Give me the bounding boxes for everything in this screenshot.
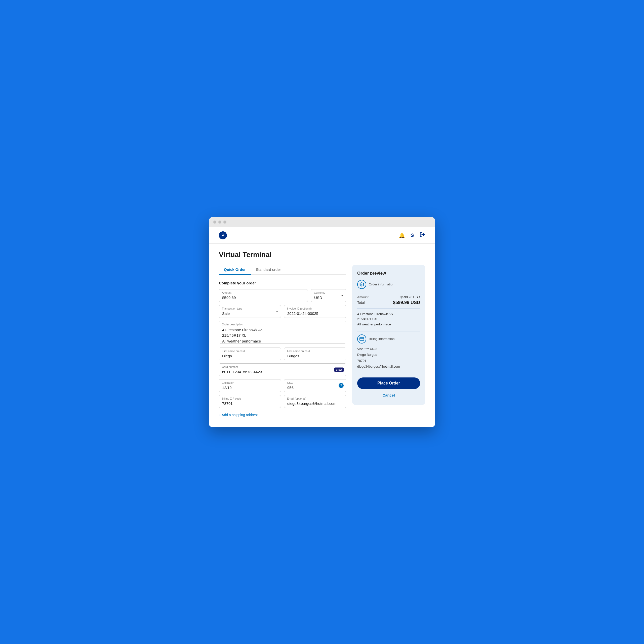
visa-badge: VISA bbox=[334, 368, 344, 372]
last-name-wrapper: Last name on card bbox=[284, 348, 346, 360]
card-number-group: Card number VISA bbox=[219, 363, 346, 376]
csc-group: CSC ? bbox=[284, 379, 346, 392]
bell-icon[interactable]: 🔔 bbox=[399, 232, 405, 238]
preview-total-value: $599.96 USD bbox=[393, 300, 420, 305]
preview-amount-label: Amount bbox=[357, 295, 369, 299]
csc-help-icon[interactable]: ? bbox=[339, 383, 344, 388]
email-group: Email (optional) bbox=[284, 395, 346, 408]
order-preview-panel: Order preview Order informati bbox=[352, 265, 425, 405]
billing-details: Visa •••• 4423 Diego Burgos 78701 diego3… bbox=[357, 346, 420, 370]
order-description-wrapper: Order description 4 Firestone Firehawk A… bbox=[219, 321, 346, 345]
billing-zip-wrapper: Billing ZIP code bbox=[219, 395, 281, 408]
billing-zip: 78701 bbox=[357, 358, 420, 364]
billing-info-header: Billing information bbox=[357, 334, 420, 344]
billing-zip-group: Billing ZIP code bbox=[219, 395, 281, 408]
preview-amount-value: $599.96 USD bbox=[401, 295, 420, 299]
order-info-header: Order information bbox=[357, 280, 420, 289]
order-info-icon bbox=[357, 280, 366, 289]
paypal-logo: P bbox=[219, 231, 227, 239]
tabs: Quick Order Standard order bbox=[219, 265, 346, 275]
main-layout: Quick Order Standard order Complete your… bbox=[219, 265, 425, 417]
billing-info-section: Billing information Visa •••• 4423 Diego… bbox=[357, 334, 420, 370]
form-section: Quick Order Standard order Complete your… bbox=[219, 265, 346, 417]
first-name-wrapper: First name on card bbox=[219, 348, 281, 360]
card-info: Visa •••• 4423 bbox=[357, 346, 420, 352]
nav-icons: 🔔 ⚙ bbox=[399, 232, 425, 239]
desc-line3: All weather performace bbox=[357, 322, 391, 326]
first-name-input[interactable] bbox=[219, 348, 281, 360]
transaction-wrapper: Transaction type Sale Authorization ▾ bbox=[219, 305, 281, 318]
order-description-row: Order description 4 Firestone Firehawk A… bbox=[219, 321, 346, 345]
amount-group: Amount bbox=[219, 289, 308, 302]
order-preview-title: Order preview bbox=[357, 271, 420, 276]
invoice-id-input[interactable] bbox=[284, 305, 346, 318]
expiration-group: Expiration bbox=[219, 379, 281, 392]
preview-description: 4 Firestone Firehawk AS 215/45R17 XL All… bbox=[357, 312, 420, 327]
first-name-group: First name on card bbox=[219, 348, 281, 360]
browser-bar bbox=[209, 217, 435, 227]
amount-input[interactable] bbox=[219, 289, 308, 302]
billing-zip-input[interactable] bbox=[219, 395, 281, 408]
order-total-divider bbox=[357, 308, 420, 309]
zip-email-row: Billing ZIP code Email (optional) bbox=[219, 395, 346, 408]
browser-dot-2 bbox=[218, 221, 221, 224]
order-description-input[interactable]: 4 Firestone Firehawk AS 215/45R17 XL All… bbox=[219, 321, 346, 344]
form-section-title: Complete your order bbox=[219, 281, 346, 285]
name-row: First name on card Last name on card bbox=[219, 348, 346, 360]
page-title: Virtual Terminal bbox=[219, 251, 425, 259]
order-info-label: Order information bbox=[369, 282, 394, 286]
transaction-type-select[interactable]: Sale Authorization bbox=[219, 305, 281, 318]
csc-input[interactable] bbox=[284, 379, 346, 392]
logout-icon[interactable] bbox=[420, 232, 425, 239]
order-info-divider bbox=[357, 292, 420, 292]
transaction-invoice-row: Transaction type Sale Authorization ▾ In… bbox=[219, 305, 346, 318]
email-wrapper: Email (optional) bbox=[284, 395, 346, 408]
gear-icon[interactable]: ⚙ bbox=[410, 232, 415, 238]
card-number-label: Card number bbox=[222, 365, 238, 368]
browser-window: P 🔔 ⚙ Virtual Terminal bbox=[209, 217, 435, 427]
svg-rect-1 bbox=[360, 337, 364, 340]
last-name-group: Last name on card bbox=[284, 348, 346, 360]
amount-wrapper: Amount bbox=[219, 289, 308, 302]
email-input[interactable] bbox=[284, 395, 346, 408]
expiry-csc-row: Expiration CSC ? bbox=[219, 379, 346, 392]
expiration-wrapper: Expiration bbox=[219, 379, 281, 392]
preview-total-label: Total bbox=[357, 300, 365, 305]
last-name-input[interactable] bbox=[284, 348, 346, 360]
desc-line2: 215/45R17 XL bbox=[357, 317, 378, 321]
top-nav: P 🔔 ⚙ bbox=[209, 227, 435, 244]
expiration-input[interactable] bbox=[219, 379, 281, 392]
currency-group: Currency USD EUR GBP ▾ bbox=[311, 289, 346, 302]
cancel-button[interactable]: Cancel bbox=[357, 392, 420, 399]
order-info-section: Order information Amount $599.96 USD Tot… bbox=[357, 280, 420, 327]
csc-wrapper: CSC ? bbox=[284, 379, 346, 392]
currency-select[interactable]: USD EUR GBP bbox=[311, 289, 346, 302]
preview-amount-row: Amount $599.96 USD bbox=[357, 295, 420, 299]
transaction-type-group: Transaction type Sale Authorization ▾ bbox=[219, 305, 281, 318]
order-description-group: Order description 4 Firestone Firehawk A… bbox=[219, 321, 346, 345]
tab-standard-order[interactable]: Standard order bbox=[251, 265, 286, 275]
browser-dot-1 bbox=[213, 221, 216, 224]
invoice-id-group: Invoice ID (optional) bbox=[284, 305, 346, 318]
preview-total-row: Total $599.96 USD bbox=[357, 300, 420, 305]
invoice-wrapper: Invoice ID (optional) bbox=[284, 305, 346, 318]
tab-quick-order[interactable]: Quick Order bbox=[219, 265, 251, 275]
app-container: P 🔔 ⚙ Virtual Terminal bbox=[209, 227, 435, 427]
billing-email: diego34burgos@hotmail.com bbox=[357, 364, 420, 369]
browser-dot-3 bbox=[223, 221, 226, 224]
billing-info-label: Billing information bbox=[369, 337, 395, 341]
currency-wrapper: Currency USD EUR GBP ▾ bbox=[311, 289, 346, 302]
desc-line1: 4 Firestone Firehawk AS bbox=[357, 312, 393, 316]
place-order-button[interactable]: Place Order bbox=[357, 377, 420, 389]
add-shipping-link[interactable]: + Add a shipping address bbox=[219, 413, 258, 417]
amount-currency-row: Amount Currency USD EUR GBP bbox=[219, 289, 346, 302]
billing-name: Diego Burgos bbox=[357, 352, 420, 358]
billing-info-icon bbox=[357, 334, 366, 344]
page-content: Virtual Terminal Quick Order Standard or… bbox=[209, 244, 435, 427]
